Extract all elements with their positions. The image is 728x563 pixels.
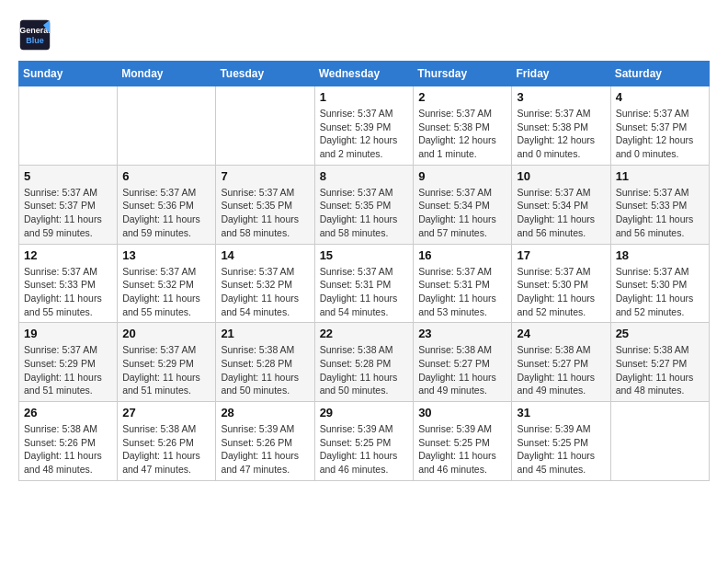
day-number: 7: [221, 169, 309, 183]
day-number: 9: [418, 169, 506, 183]
day-info: Sunrise: 5:37 AM Sunset: 5:34 PM Dayligh…: [418, 186, 506, 240]
calendar-day-31: 31Sunrise: 5:39 AM Sunset: 5:25 PM Dayli…: [512, 402, 610, 481]
calendar-day-29: 29Sunrise: 5:39 AM Sunset: 5:25 PM Dayli…: [314, 402, 414, 481]
day-header-friday: Friday: [512, 62, 610, 86]
day-number: 27: [122, 406, 210, 419]
day-info: Sunrise: 5:39 AM Sunset: 5:25 PM Dayligh…: [320, 422, 409, 477]
day-header-saturday: Saturday: [610, 62, 709, 86]
day-info: Sunrise: 5:37 AM Sunset: 5:31 PM Dayligh…: [320, 265, 409, 319]
day-info: Sunrise: 5:37 AM Sunset: 5:36 PM Dayligh…: [122, 186, 210, 240]
day-number: 16: [418, 248, 506, 262]
day-number: 11: [616, 169, 704, 183]
day-number: 14: [221, 248, 309, 262]
day-info: Sunrise: 5:37 AM Sunset: 5:32 PM Dayligh…: [122, 265, 210, 319]
calendar-day-20: 20Sunrise: 5:37 AM Sunset: 5:29 PM Dayli…: [118, 323, 216, 402]
day-number: 10: [517, 169, 605, 183]
calendar-day-19: 19Sunrise: 5:37 AM Sunset: 5:29 PM Dayli…: [19, 323, 118, 402]
day-info: Sunrise: 5:37 AM Sunset: 5:30 PM Dayligh…: [616, 265, 704, 319]
day-header-sunday: Sunday: [19, 62, 118, 86]
calendar-day-18: 18Sunrise: 5:37 AM Sunset: 5:30 PM Dayli…: [610, 244, 709, 323]
day-number: 1: [320, 90, 409, 104]
calendar-day-7: 7Sunrise: 5:37 AM Sunset: 5:35 PM Daylig…: [216, 165, 314, 244]
calendar-day-6: 6Sunrise: 5:37 AM Sunset: 5:36 PM Daylig…: [118, 165, 216, 244]
calendar-day-5: 5Sunrise: 5:37 AM Sunset: 5:37 PM Daylig…: [19, 165, 118, 244]
day-info: Sunrise: 5:38 AM Sunset: 5:27 PM Dayligh…: [616, 343, 704, 397]
day-info: Sunrise: 5:37 AM Sunset: 5:38 PM Dayligh…: [418, 107, 506, 161]
day-info: Sunrise: 5:37 AM Sunset: 5:35 PM Dayligh…: [221, 186, 309, 240]
calendar-day-26: 26Sunrise: 5:38 AM Sunset: 5:26 PM Dayli…: [19, 402, 118, 481]
calendar-day-12: 12Sunrise: 5:37 AM Sunset: 5:33 PM Dayli…: [19, 244, 118, 323]
calendar-day-23: 23Sunrise: 5:38 AM Sunset: 5:27 PM Dayli…: [414, 323, 512, 402]
calendar-day-17: 17Sunrise: 5:37 AM Sunset: 5:30 PM Dayli…: [512, 244, 610, 323]
calendar-week-1: 1Sunrise: 5:37 AM Sunset: 5:39 PM Daylig…: [19, 86, 710, 166]
page-header: General Blue: [18, 18, 710, 52]
day-info: Sunrise: 5:37 AM Sunset: 5:39 PM Dayligh…: [320, 107, 409, 161]
day-info: Sunrise: 5:38 AM Sunset: 5:26 PM Dayligh…: [24, 422, 112, 477]
day-info: Sunrise: 5:37 AM Sunset: 5:31 PM Dayligh…: [418, 265, 506, 319]
day-info: Sunrise: 5:37 AM Sunset: 5:38 PM Dayligh…: [517, 107, 605, 161]
calendar-day-9: 9Sunrise: 5:37 AM Sunset: 5:34 PM Daylig…: [414, 165, 512, 244]
day-number: 2: [418, 90, 506, 104]
day-info: Sunrise: 5:37 AM Sunset: 5:32 PM Dayligh…: [221, 265, 309, 319]
logo: General Blue: [18, 18, 57, 52]
day-info: Sunrise: 5:37 AM Sunset: 5:33 PM Dayligh…: [616, 186, 704, 240]
calendar-day-28: 28Sunrise: 5:39 AM Sunset: 5:26 PM Dayli…: [216, 402, 314, 481]
day-number: 6: [122, 169, 210, 183]
logo-icon: General Blue: [18, 18, 51, 52]
day-info: Sunrise: 5:38 AM Sunset: 5:27 PM Dayligh…: [517, 343, 605, 397]
day-number: 3: [517, 90, 605, 104]
calendar-day-3: 3Sunrise: 5:37 AM Sunset: 5:38 PM Daylig…: [512, 86, 610, 166]
calendar-day-8: 8Sunrise: 5:37 AM Sunset: 5:35 PM Daylig…: [314, 165, 414, 244]
day-info: Sunrise: 5:39 AM Sunset: 5:26 PM Dayligh…: [221, 422, 309, 477]
calendar-day-4: 4Sunrise: 5:37 AM Sunset: 5:37 PM Daylig…: [610, 86, 709, 166]
day-info: Sunrise: 5:37 AM Sunset: 5:34 PM Dayligh…: [517, 186, 605, 240]
day-info: Sunrise: 5:38 AM Sunset: 5:28 PM Dayligh…: [320, 343, 409, 397]
calendar-header-row: SundayMondayTuesdayWednesdayThursdayFrid…: [19, 62, 710, 86]
day-number: 19: [24, 327, 112, 340]
calendar-week-3: 12Sunrise: 5:37 AM Sunset: 5:33 PM Dayli…: [19, 244, 710, 323]
day-number: 26: [24, 406, 112, 419]
day-info: Sunrise: 5:38 AM Sunset: 5:28 PM Dayligh…: [221, 343, 309, 397]
day-number: 28: [221, 406, 309, 419]
day-info: Sunrise: 5:37 AM Sunset: 5:37 PM Dayligh…: [616, 107, 704, 161]
day-number: 20: [122, 327, 210, 340]
day-info: Sunrise: 5:37 AM Sunset: 5:30 PM Dayligh…: [517, 265, 605, 319]
day-number: 25: [616, 327, 704, 340]
day-number: 30: [418, 406, 506, 419]
day-info: Sunrise: 5:37 AM Sunset: 5:37 PM Dayligh…: [24, 186, 112, 240]
day-info: Sunrise: 5:38 AM Sunset: 5:26 PM Dayligh…: [122, 422, 210, 477]
day-number: 12: [24, 248, 112, 262]
calendar-table: SundayMondayTuesdayWednesdayThursdayFrid…: [18, 61, 710, 481]
day-number: 23: [418, 327, 506, 340]
day-info: Sunrise: 5:39 AM Sunset: 5:25 PM Dayligh…: [517, 422, 605, 477]
day-number: 5: [24, 169, 112, 183]
day-number: 15: [320, 248, 409, 262]
calendar-day-1: 1Sunrise: 5:37 AM Sunset: 5:39 PM Daylig…: [314, 86, 414, 166]
day-number: 8: [320, 169, 409, 183]
calendar-day-13: 13Sunrise: 5:37 AM Sunset: 5:32 PM Dayli…: [118, 244, 216, 323]
day-info: Sunrise: 5:39 AM Sunset: 5:25 PM Dayligh…: [418, 422, 506, 477]
calendar-day-15: 15Sunrise: 5:37 AM Sunset: 5:31 PM Dayli…: [314, 244, 414, 323]
calendar-week-4: 19Sunrise: 5:37 AM Sunset: 5:29 PM Dayli…: [19, 323, 710, 402]
calendar-day-21: 21Sunrise: 5:38 AM Sunset: 5:28 PM Dayli…: [216, 323, 314, 402]
calendar-week-2: 5Sunrise: 5:37 AM Sunset: 5:37 PM Daylig…: [19, 165, 710, 244]
day-header-thursday: Thursday: [414, 62, 512, 86]
calendar-day-22: 22Sunrise: 5:38 AM Sunset: 5:28 PM Dayli…: [314, 323, 414, 402]
calendar-day-14: 14Sunrise: 5:37 AM Sunset: 5:32 PM Dayli…: [216, 244, 314, 323]
day-number: 24: [517, 327, 605, 340]
calendar-day-24: 24Sunrise: 5:38 AM Sunset: 5:27 PM Dayli…: [512, 323, 610, 402]
day-header-wednesday: Wednesday: [314, 62, 414, 86]
calendar-day-16: 16Sunrise: 5:37 AM Sunset: 5:31 PM Dayli…: [414, 244, 512, 323]
day-number: 18: [616, 248, 704, 262]
day-number: 17: [517, 248, 605, 262]
svg-text:Blue: Blue: [26, 36, 44, 45]
day-info: Sunrise: 5:37 AM Sunset: 5:29 PM Dayligh…: [24, 343, 112, 397]
calendar-day-10: 10Sunrise: 5:37 AM Sunset: 5:34 PM Dayli…: [512, 165, 610, 244]
day-number: 4: [616, 90, 704, 104]
day-number: 21: [221, 327, 309, 340]
calendar-day-27: 27Sunrise: 5:38 AM Sunset: 5:26 PM Dayli…: [118, 402, 216, 481]
calendar-day-11: 11Sunrise: 5:37 AM Sunset: 5:33 PM Dayli…: [610, 165, 709, 244]
day-number: 31: [517, 406, 605, 419]
day-header-monday: Monday: [118, 62, 216, 86]
day-info: Sunrise: 5:37 AM Sunset: 5:33 PM Dayligh…: [24, 265, 112, 319]
